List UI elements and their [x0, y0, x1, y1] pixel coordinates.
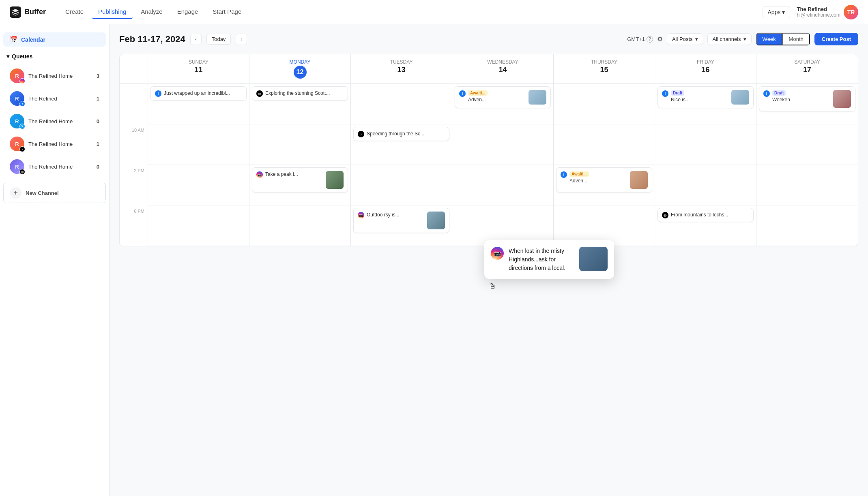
slot-tuesday-6pm: 📷 Outdoo rsy is ...: [351, 205, 452, 246]
channel-name-4: The Refined Home: [28, 141, 92, 147]
apps-label: Apps: [768, 9, 781, 15]
post-monday-instagram[interactable]: 📷 Take a peak i...: [252, 167, 348, 192]
nav-publishing[interactable]: Publishing: [92, 5, 133, 19]
time-label-2pm: 2 PM: [120, 165, 148, 205]
instagram-post-tooltip[interactable]: 📷 When lost in the misty Highlands...ask…: [484, 240, 614, 279]
post-friday-text: Nico is...: [671, 97, 690, 103]
post-sunday-text: Just wrapped up an incredibl...: [164, 90, 242, 97]
thursday-name: Thursday: [557, 59, 651, 65]
time-label-10am: 10 AM: [120, 124, 148, 165]
monday-name: Monday: [253, 59, 347, 65]
all-posts-label: All Posts: [672, 36, 693, 42]
gmt-help-icon[interactable]: ?: [647, 36, 653, 43]
sunday-name: Sunday: [151, 59, 246, 65]
avatar-text: TR: [847, 9, 855, 15]
post-thursday-fb-icon: f: [561, 171, 567, 178]
create-post-button[interactable]: Create Post: [814, 33, 858, 45]
channel-social-badge-5: @: [19, 169, 25, 175]
post-friday-thumbnail: [731, 90, 749, 105]
nav-create[interactable]: Create: [59, 5, 90, 19]
slot-saturday-10am: [756, 124, 858, 165]
tuesday-name: Tuesday: [354, 59, 449, 65]
avatar[interactable]: TR: [844, 5, 858, 19]
post-wednesday-status-badge: Awaiti...: [468, 90, 488, 96]
slot-thursday-8am: [554, 84, 655, 124]
nav-startpage[interactable]: Start Page: [206, 5, 248, 19]
nav-engage[interactable]: Engage: [171, 5, 205, 19]
logo[interactable]: Buffer: [10, 6, 46, 18]
user-name: The Refined: [797, 6, 840, 12]
sidebar-calendar-button[interactable]: 📅 Calendar: [3, 32, 106, 47]
nav-analyze[interactable]: Analyze: [134, 5, 169, 19]
slot-monday-8am: @ Exploring the stunning Scott...: [249, 84, 351, 124]
post-saturday-fb-icon: f: [763, 90, 770, 97]
channel-count-4: 1: [97, 141, 99, 147]
sidebar-item-channel-5[interactable]: R @ The Refined Home 0: [3, 155, 106, 178]
post-thursday-facebook[interactable]: f Awaiti... Adven...: [556, 167, 652, 192]
post-saturday-facebook[interactable]: f Draft Weeken: [759, 86, 855, 111]
day-header-friday: Friday 16: [655, 54, 756, 84]
post-friday-fb-icon: f: [662, 90, 668, 97]
sidebar-item-channel-3[interactable]: R 𝕏 The Refined Home 0: [3, 110, 106, 133]
post-friday-6pm-text: From mountains to lochs...: [671, 212, 749, 218]
post-monday-2pm-text: Take a peak i...: [265, 171, 323, 178]
channel-count-1: 3: [97, 73, 99, 79]
sidebar-item-channel-1[interactable]: R The Refined Home 3: [3, 64, 106, 87]
next-week-button[interactable]: ›: [236, 34, 247, 45]
channel-avatar-4: R ♪: [10, 137, 24, 151]
sunday-num: 11: [151, 66, 246, 74]
calendar-container: Sunday 11 Monday 12 Tuesday 13 Wednesday…: [119, 54, 858, 246]
slot-tuesday-2pm: [351, 165, 452, 205]
post-tuesday-ig-icon: 📷: [358, 212, 364, 218]
post-tuesday-tiktok-icon: ♪: [358, 131, 364, 137]
sidebar: 📅 Calendar ▾ Queues R The Refined Home 3…: [0, 24, 110, 496]
channel-social-badge-3: 𝕏: [19, 124, 25, 129]
week-view-button[interactable]: Week: [756, 33, 782, 45]
post-sunday-facebook[interactable]: f Just wrapped up an incredibl...: [150, 86, 247, 100]
tooltip-thumbnail: [579, 247, 608, 271]
sidebar-item-channel-4[interactable]: R ♪ The Refined Home 1: [3, 133, 106, 155]
channel-avatar-1: R: [10, 68, 24, 83]
channel-name-2: The Refined: [28, 96, 92, 102]
apps-button[interactable]: Apps ▾: [763, 6, 791, 18]
queues-chevron-icon: ▾: [6, 53, 9, 60]
all-channels-dropdown[interactable]: All channels ▾: [707, 33, 752, 45]
post-saturday-status-badge: Draft: [772, 90, 786, 96]
today-button[interactable]: Today: [206, 34, 231, 45]
slot-sunday-6pm: [148, 205, 249, 246]
month-view-button[interactable]: Month: [782, 33, 810, 45]
wednesday-num: 14: [455, 66, 550, 74]
slot-saturday-2pm: [756, 165, 858, 205]
calendar-settings-icon[interactable]: ⚙: [657, 35, 663, 43]
post-tuesday-tiktok[interactable]: ♪ Speeding through the Sc...: [353, 127, 449, 141]
channel-name-3: The Refined Home: [28, 118, 92, 124]
all-posts-dropdown[interactable]: All Posts ▾: [667, 33, 703, 45]
post-friday-facebook[interactable]: f Draft Nico is...: [657, 86, 754, 108]
time-label-8am: [120, 84, 148, 124]
queues-header[interactable]: ▾ Queues: [0, 53, 109, 64]
all-channels-chevron-icon: ▾: [743, 36, 746, 42]
post-friday-threads[interactable]: @ From mountains to lochs...: [657, 208, 754, 222]
post-wednesday-facebook[interactable]: f Awaiti... Adven...: [455, 86, 551, 108]
calendar-header: Feb 11-17, 2024 ‹ Today › GMT+1 ? ⚙ All …: [119, 32, 858, 46]
prev-week-button[interactable]: ‹: [190, 34, 202, 45]
post-wednesday-fb-icon: f: [459, 90, 466, 97]
view-toggle: Week Month: [756, 32, 810, 46]
slot-thursday-6pm: [554, 205, 655, 246]
logo-text: Buffer: [24, 8, 46, 16]
slot-saturday-8am: f Draft Weeken: [756, 84, 858, 124]
slot-saturday-6pm: [756, 205, 858, 246]
post-friday-threads-icon: @: [662, 212, 668, 218]
saturday-num: 17: [760, 66, 855, 74]
slot-sunday-8am: f Just wrapped up an incredibl...: [148, 84, 249, 124]
day-header-sunday: Sunday 11: [148, 54, 249, 84]
sidebar-item-channel-2[interactable]: R f The Refined 1: [3, 87, 106, 110]
plus-icon: +: [10, 187, 21, 199]
tooltip-text: When lost in the misty Highlands...ask f…: [509, 247, 574, 272]
monday-num: 12: [294, 66, 307, 79]
tuesday-num: 13: [354, 66, 449, 74]
new-channel-button[interactable]: + New Channel: [3, 183, 106, 203]
post-tuesday-instagram[interactable]: 📷 Outdoo rsy is ...: [353, 208, 449, 233]
post-monday-threads[interactable]: @ Exploring the stunning Scott...: [252, 86, 348, 100]
post-friday-status-badge: Draft: [671, 90, 684, 96]
